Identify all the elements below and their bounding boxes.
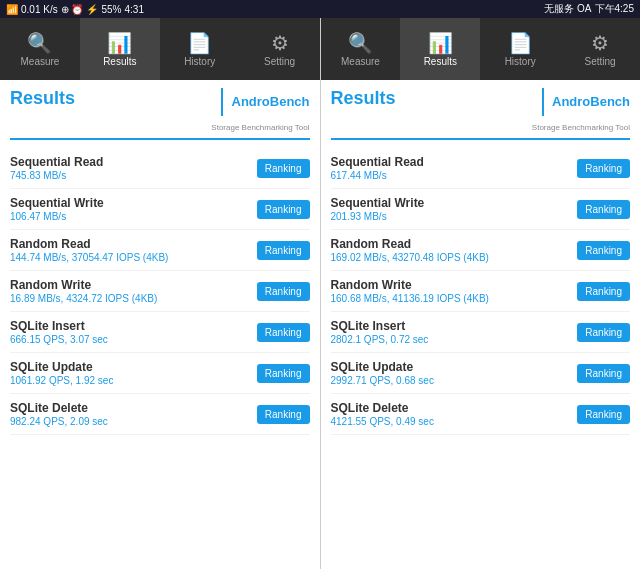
wifi-icon: 📶 <box>6 4 18 15</box>
row-info: Sequential Write 106.47 MB/s <box>10 196 104 222</box>
tab-history-right[interactable]: 📄 History <box>480 18 560 80</box>
tab-history-left[interactable]: 📄 History <box>160 18 240 80</box>
status-bar: 📶 0.01 K/s ⊕ ⏰ ⚡ 55% 4:31 无服务 OA 下午4:25 <box>0 0 640 18</box>
row-value: 144.74 MB/s, 37054.47 IOPS (4KB) <box>10 252 168 263</box>
table-row: Random Write 160.68 MB/s, 41136.19 IOPS … <box>331 271 631 312</box>
status-speed: 0.01 K/s <box>21 4 58 15</box>
row-value: 617.44 MB/s <box>331 170 424 181</box>
tab-measure-right[interactable]: 🔍 Measure <box>321 18 401 80</box>
tab-results-left[interactable]: 📊 Results <box>80 18 160 80</box>
row-name: Random Write <box>10 278 157 292</box>
tab-setting-left[interactable]: ⚙ Setting <box>240 18 320 80</box>
ranking-button[interactable]: Ranking <box>577 364 630 383</box>
logo-main-right: AndroBench <box>552 94 630 109</box>
table-row: Random Read 169.02 MB/s, 43270.48 IOPS (… <box>331 230 631 271</box>
ranking-button[interactable]: Ranking <box>257 364 310 383</box>
tab-history-left-label: History <box>184 56 215 67</box>
row-info: SQLite Update 2992.71 QPS, 0.68 sec <box>331 360 434 386</box>
row-value: 2802.1 QPS, 0.72 sec <box>331 334 429 345</box>
row-name: Sequential Read <box>331 155 424 169</box>
tab-measure-left[interactable]: 🔍 Measure <box>0 18 80 80</box>
row-info: Sequential Write 201.93 MB/s <box>331 196 425 222</box>
panel-left: 🔍 Measure 📊 Results 📄 History ⚙ Setting … <box>0 18 321 569</box>
row-name: SQLite Delete <box>10 401 108 415</box>
row-value: 982.24 QPS, 2.09 sec <box>10 416 108 427</box>
battery-icon: ⚡ <box>86 4 98 15</box>
row-info: Random Read 144.74 MB/s, 37054.47 IOPS (… <box>10 237 168 263</box>
row-info: Random Write 16.89 MB/s, 4324.72 IOPS (4… <box>10 278 157 304</box>
results-title-right: Results <box>331 88 396 109</box>
table-row: SQLite Update 1061.92 QPS, 1.92 sec Rank… <box>10 353 310 394</box>
row-value: 666.15 QPS, 3.07 sec <box>10 334 108 345</box>
row-info: Sequential Read 745.83 MB/s <box>10 155 103 181</box>
androbench-logo-right: AndroBench Storage Benchmarking Tool <box>532 88 630 134</box>
service-label: 无服务 OA <box>544 2 591 16</box>
row-name: Sequential Read <box>10 155 103 169</box>
time-right: 下午4:25 <box>595 2 634 16</box>
ranking-button[interactable]: Ranking <box>577 405 630 424</box>
row-name: Random Read <box>331 237 489 251</box>
table-row: Random Write 16.89 MB/s, 4324.72 IOPS (4… <box>10 271 310 312</box>
panel-content-left: Results AndroBench Storage Benchmarking … <box>0 80 320 569</box>
tab-measure-right-label: Measure <box>341 56 380 67</box>
row-info: SQLite Insert 666.15 QPS, 3.07 sec <box>10 319 108 345</box>
logo-sub-left: Storage Benchmarking Tool <box>211 123 309 132</box>
table-row: SQLite Insert 2802.1 QPS, 0.72 sec Ranki… <box>331 312 631 353</box>
measure-icon-left: 🔍 <box>27 33 52 53</box>
tab-setting-right[interactable]: ⚙ Setting <box>560 18 640 80</box>
row-name: Random Read <box>10 237 168 251</box>
history-icon-right: 📄 <box>508 33 533 53</box>
ranking-button[interactable]: Ranking <box>577 282 630 301</box>
row-info: SQLite Insert 2802.1 QPS, 0.72 sec <box>331 319 429 345</box>
row-info: SQLite Update 1061.92 QPS, 1.92 sec <box>10 360 113 386</box>
row-name: Sequential Write <box>10 196 104 210</box>
results-icon-right: 📊 <box>428 33 453 53</box>
battery-pct: 55% <box>101 4 121 15</box>
ranking-button[interactable]: Ranking <box>257 241 310 260</box>
setting-icon-right: ⚙ <box>591 33 609 53</box>
ranking-button[interactable]: Ranking <box>577 200 630 219</box>
row-value: 1061.92 QPS, 1.92 sec <box>10 375 113 386</box>
ranking-button[interactable]: Ranking <box>577 159 630 178</box>
row-value: 201.93 MB/s <box>331 211 425 222</box>
ranking-button[interactable]: Ranking <box>257 323 310 342</box>
tab-results-left-label: Results <box>103 56 136 67</box>
table-row: SQLite Delete 982.24 QPS, 2.09 sec Ranki… <box>10 394 310 435</box>
table-row: SQLite Delete 4121.55 QPS, 0.49 sec Rank… <box>331 394 631 435</box>
ranking-button[interactable]: Ranking <box>577 241 630 260</box>
tab-measure-left-label: Measure <box>20 56 59 67</box>
results-title-left: Results <box>10 88 75 109</box>
row-name: SQLite Insert <box>331 319 429 333</box>
logo-sub-right: Storage Benchmarking Tool <box>532 123 630 132</box>
tab-bar-left: 🔍 Measure 📊 Results 📄 History ⚙ Setting <box>0 18 320 80</box>
row-value: 4121.55 QPS, 0.49 sec <box>331 416 434 427</box>
row-name: SQLite Delete <box>331 401 434 415</box>
androbench-logo-left: AndroBench Storage Benchmarking Tool <box>211 88 309 134</box>
row-value: 160.68 MB/s, 41136.19 IOPS (4KB) <box>331 293 489 304</box>
table-row: Sequential Write 201.93 MB/s Ranking <box>331 189 631 230</box>
status-left: 📶 0.01 K/s ⊕ ⏰ ⚡ 55% 4:31 <box>6 4 144 15</box>
ranking-button[interactable]: Ranking <box>257 405 310 424</box>
row-name: Sequential Write <box>331 196 425 210</box>
ranking-button[interactable]: Ranking <box>257 200 310 219</box>
row-name: SQLite Update <box>10 360 113 374</box>
row-value: 2992.71 QPS, 0.68 sec <box>331 375 434 386</box>
panel-content-right: Results AndroBench Storage Benchmarking … <box>321 80 641 569</box>
time-left: 4:31 <box>125 4 144 15</box>
table-row: Sequential Read 617.44 MB/s Ranking <box>331 148 631 189</box>
history-icon-left: 📄 <box>187 33 212 53</box>
row-value: 16.89 MB/s, 4324.72 IOPS (4KB) <box>10 293 157 304</box>
ranking-button[interactable]: Ranking <box>257 282 310 301</box>
row-name: SQLite Update <box>331 360 434 374</box>
results-icon-left: 📊 <box>107 33 132 53</box>
status-icons: ⊕ ⏰ <box>61 4 84 15</box>
row-value: 169.02 MB/s, 43270.48 IOPS (4KB) <box>331 252 489 263</box>
ranking-button[interactable]: Ranking <box>577 323 630 342</box>
table-row: Sequential Read 745.83 MB/s Ranking <box>10 148 310 189</box>
tab-results-right[interactable]: 📊 Results <box>400 18 480 80</box>
tab-results-right-label: Results <box>424 56 457 67</box>
row-name: SQLite Insert <box>10 319 108 333</box>
ranking-button[interactable]: Ranking <box>257 159 310 178</box>
status-right: 无服务 OA 下午4:25 <box>544 2 634 16</box>
logo-sep-left <box>221 88 223 116</box>
